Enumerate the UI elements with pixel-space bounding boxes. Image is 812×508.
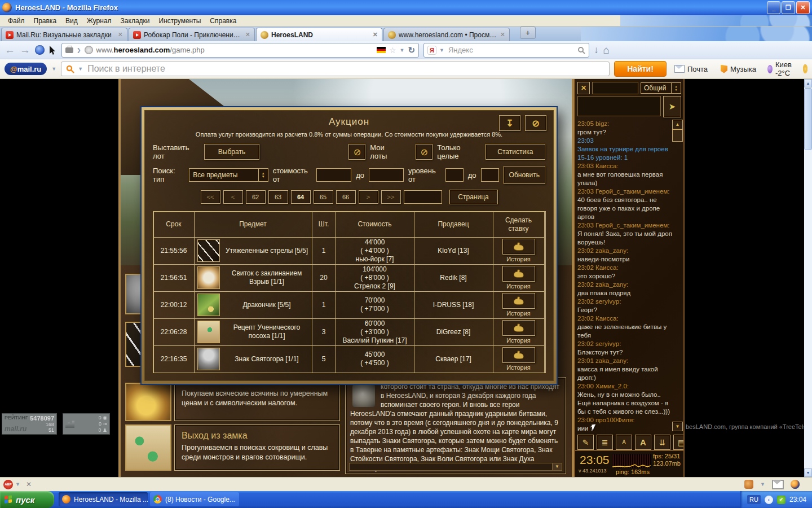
menu-item[interactable]: Инструменты <box>155 16 206 26</box>
castle-option-shop[interactable] <box>125 383 171 421</box>
browser-tab[interactable]: Mail.Ru: Визуальные закладки✕ <box>1 28 127 41</box>
exit-title[interactable]: Выход из замка <box>175 425 339 441</box>
firefox-icon[interactable] <box>791 480 800 489</box>
page-button[interactable]: 65 <box>314 190 333 204</box>
minimize-button[interactable]: _ <box>767 1 780 14</box>
news-scrollbar[interactable]: ▼ <box>349 463 562 471</box>
back-button[interactable]: ← <box>5 45 15 55</box>
scrollbar-thumb[interactable] <box>804 88 812 150</box>
eraser-icon[interactable]: ✎ <box>577 435 594 450</box>
bid-button[interactable] <box>502 266 535 282</box>
menu-item[interactable]: Справка <box>205 16 241 26</box>
find-button[interactable]: Найти! <box>614 61 667 77</box>
page-button[interactable]: < <box>223 190 243 204</box>
language-indicator[interactable]: RU <box>747 495 761 504</box>
tab-close-icon[interactable]: ✕ <box>118 31 123 38</box>
font-large-icon[interactable]: A <box>635 435 651 450</box>
music-button[interactable]: Музыка <box>716 65 760 73</box>
fox-addon-icon[interactable] <box>744 480 753 489</box>
page-button[interactable]: > <box>359 190 378 204</box>
addon-swirl-icon[interactable] <box>35 45 45 55</box>
spinner-icon[interactable]: ▲▼ <box>671 83 681 93</box>
page-button[interactable]: << <box>201 190 220 204</box>
page-number-input[interactable] <box>404 190 442 204</box>
page-button[interactable]: 62 <box>246 190 266 204</box>
browser-scrollbar[interactable]: ▲ ▼ <box>804 79 812 477</box>
url-text[interactable]: www.heroesland.com/game.php <box>96 46 373 54</box>
scroll-icon[interactable]: ≣ <box>597 435 613 450</box>
exit-castle-panel[interactable]: Выход из замка Прогуливаемся в поисках с… <box>174 424 340 471</box>
scroll-down-icon[interactable]: ▼ <box>552 463 562 470</box>
font-small-icon[interactable]: A <box>616 435 632 450</box>
mail-button[interactable]: Почта <box>671 65 711 73</box>
level-from-input[interactable] <box>445 168 464 182</box>
refresh-button[interactable]: Обновить <box>504 166 545 184</box>
scrollbar-thumb[interactable] <box>672 129 683 142</box>
status-tray-icon[interactable]: ✔ <box>777 496 785 504</box>
history-link[interactable]: История <box>506 310 531 317</box>
dropdown-icon[interactable]: ▼ <box>78 66 83 72</box>
collapse-dialog-button[interactable]: ↧ <box>499 115 520 131</box>
dropdown-icon[interactable]: ▼ <box>15 481 20 487</box>
start-button[interactable]: пуск <box>0 491 54 508</box>
scroll-down-icon[interactable]: ▼ <box>672 422 683 431</box>
level-to-input[interactable] <box>481 168 499 182</box>
my-lots-toggle[interactable]: ⊘ <box>348 144 365 160</box>
taskbar-task[interactable]: HeroesLAND - Mozilla ... <box>59 492 148 506</box>
chat-channel-select[interactable]: Общий ▲▼ <box>641 82 681 94</box>
close-dialog-button[interactable]: ⊘ <box>525 115 546 131</box>
mailru-search-box[interactable]: ▼ <box>61 62 610 76</box>
address-bar[interactable]: ❯ www.heroesland.com/game.php ☆ ▼ ↻ <box>61 43 419 58</box>
forward-button[interactable]: → <box>20 45 30 55</box>
browser-tab[interactable]: Робокар Поли - Приключение друзей -...✕ <box>129 28 255 41</box>
cost-to-input[interactable] <box>369 168 404 182</box>
chat-log[interactable]: 23:05 bigz:гром тут?23:03 Заявок на турн… <box>577 120 672 431</box>
magnifier-icon[interactable] <box>577 46 585 54</box>
cursor-tool-icon[interactable] <box>49 45 57 55</box>
only-whole-toggle[interactable]: ⊘ <box>416 144 433 160</box>
history-link[interactable]: История <box>506 283 531 290</box>
scroll-up-icon[interactable]: ▲ <box>804 79 812 87</box>
screen-icon[interactable]: ▤ <box>673 435 685 450</box>
chat-filter-input[interactable] <box>592 82 638 94</box>
bid-button[interactable] <box>502 347 535 363</box>
page-go-button[interactable]: Страница <box>449 190 498 204</box>
castle-option-map[interactable] <box>125 424 171 471</box>
collapse-tray-icon[interactable]: ‹ <box>765 496 773 504</box>
page-button[interactable]: 64 <box>291 190 311 204</box>
close-button[interactable]: ✕ <box>796 1 810 14</box>
spinner-icon[interactable]: ▲▼ <box>258 169 268 181</box>
history-link[interactable]: История <box>506 256 531 262</box>
browser-tab[interactable]: HeroesLAND✕ <box>256 28 382 41</box>
downloads-icon[interactable]: ↓ <box>594 45 599 56</box>
new-tab-button[interactable]: + <box>520 27 536 39</box>
search-input[interactable] <box>447 45 575 55</box>
tab-close-icon[interactable]: ✕ <box>245 31 250 38</box>
item-type-select[interactable]: Все предметы ▲▼ <box>189 168 268 182</box>
taskbar-task[interactable]: (8) Новости - Google... <box>150 492 239 506</box>
send-button[interactable]: ➤ <box>663 96 681 117</box>
menu-item[interactable]: Файл <box>3 16 29 26</box>
mailru-logo[interactable]: @mail.ru <box>5 63 47 75</box>
scroll-down-icon[interactable]: ⇊ <box>654 435 670 450</box>
dropdown-icon[interactable]: ▼ <box>400 47 405 53</box>
abp-icon[interactable]: ABP <box>3 480 13 489</box>
scroll-down-icon[interactable]: ▼ <box>804 468 812 477</box>
browser-tab[interactable]: www.heroesland.com • Просмотр темы ...✕ <box>383 28 510 41</box>
menu-item[interactable]: Правка <box>29 16 61 26</box>
bid-button[interactable] <box>502 293 535 309</box>
chat-scrollbar[interactable]: ▲ ▼ <box>672 120 682 431</box>
menu-item[interactable]: Журнал <box>82 16 116 26</box>
weather-button[interactable]: Киев -2°C <box>764 60 798 77</box>
chat-close-button[interactable]: ✕ <box>577 82 590 94</box>
dropdown-icon[interactable]: ▼ <box>439 47 444 53</box>
yandex-search-box[interactable]: Я ▼ <box>423 43 589 58</box>
dropdown-icon[interactable]: ▼ <box>760 481 765 487</box>
dropdown-icon[interactable]: ▼ <box>51 66 56 72</box>
statistics-button[interactable]: Статистика <box>486 144 545 160</box>
mail-check-icon[interactable] <box>772 480 784 489</box>
close-icon[interactable]: ✕ <box>26 480 32 488</box>
page-button[interactable]: 66 <box>336 190 356 204</box>
cost-from-input[interactable] <box>316 168 351 182</box>
menu-item[interactable]: Вид <box>61 16 82 26</box>
